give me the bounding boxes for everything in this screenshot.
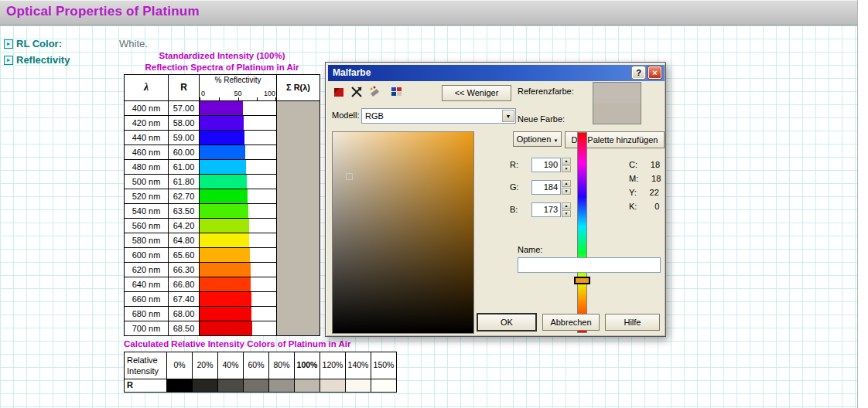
spectra-row: 680 nm68.00 xyxy=(125,307,277,321)
cancel-button[interactable]: Abbrechen xyxy=(542,314,600,331)
spectra-row: 500 nm61.80 xyxy=(125,175,277,189)
swap-arrows-icon xyxy=(350,86,364,98)
spinner-up-icon[interactable]: ▲ xyxy=(562,158,571,165)
channel-b-label: B: xyxy=(510,205,518,214)
channel-b-stepper: ▲ ▼ xyxy=(562,202,571,217)
rl-color-label: RL Color: xyxy=(16,38,62,49)
wavelength-label: 600 nm xyxy=(125,248,169,263)
color-name-input[interactable] xyxy=(518,257,661,273)
color-field[interactable] xyxy=(332,131,474,334)
spectra-row: 700 nm68.50 xyxy=(125,321,277,336)
titlebar-help-button[interactable]: ? xyxy=(632,66,645,79)
hue-slider[interactable] xyxy=(577,132,587,333)
reflectivity-bar xyxy=(200,160,246,174)
chevron-down-icon[interactable]: ▼ xyxy=(502,110,514,122)
intensity-col-header: 140% xyxy=(346,352,371,379)
intensity-swatch xyxy=(218,379,244,393)
color-compare-swatch xyxy=(593,82,641,124)
channel-g-label: G: xyxy=(510,182,519,192)
model-label: Modell: xyxy=(332,110,359,120)
cmyk-y-value: 22 xyxy=(639,188,659,197)
cmyk-m-label: M: xyxy=(629,174,638,183)
cmyk-c-readout: C: 18 xyxy=(629,160,660,169)
chevron-down-icon: ▼ xyxy=(553,138,558,143)
intensity-col-header: 150% xyxy=(371,352,397,379)
reflectivity-bar xyxy=(200,277,251,291)
spectra-row: 480 nm61.00 xyxy=(125,160,277,175)
reference-color-label: Referenzfarbe: xyxy=(518,87,574,96)
ok-button[interactable]: OK xyxy=(477,314,536,331)
reflectivity-bar xyxy=(200,116,244,130)
reflectivity-bar xyxy=(200,219,249,233)
options-button[interactable]: Optionen ▼ xyxy=(513,131,562,147)
spectra-heading-line2: Reflection Spectra of Platinum in Air xyxy=(124,63,320,72)
reflection-spectra-table: λ R % Reflectivity 0 50 100 Σ R(λ) 400 n… xyxy=(124,74,320,336)
reflectivity-value: 62.70 xyxy=(169,189,200,204)
reflectivity-value: 59.00 xyxy=(169,131,200,145)
reflectivity-value: 66.80 xyxy=(169,277,200,292)
wavelength-label: 700 nm xyxy=(125,321,169,336)
cmyk-y-readout: Y: 22 xyxy=(629,188,659,197)
relative-intensity-table: Relative Intensity 0%20%40%60%80%100%120… xyxy=(124,352,397,393)
channel-g-input[interactable]: 184 xyxy=(531,180,561,195)
reflectivity-bar xyxy=(200,204,248,218)
reflectivity-bar xyxy=(200,321,252,335)
spinner-up-icon[interactable]: ▲ xyxy=(562,202,571,209)
reflectivity-value: 61.80 xyxy=(169,175,200,189)
spinner-down-icon[interactable]: ▼ xyxy=(562,210,571,217)
channel-g-stepper: ▲ ▼ xyxy=(562,180,571,195)
airbrush-icon xyxy=(368,86,382,98)
dialog-titlebar[interactable]: Malfarbe ? × xyxy=(328,65,665,81)
wavelength-label: 480 nm xyxy=(125,160,169,175)
hue-slider-marker[interactable] xyxy=(574,277,590,284)
reflectivity-bar xyxy=(200,175,247,189)
intensity-swatch xyxy=(167,379,193,393)
reflectivity-value: 64.80 xyxy=(169,233,200,248)
reflectivity-bar-cell xyxy=(200,321,277,336)
page-right-margin xyxy=(857,0,868,408)
spectra-row: 540 nm63.50 xyxy=(125,204,277,219)
reflectivity-bar-cell xyxy=(200,189,277,204)
palette-grid-button[interactable] xyxy=(389,85,406,100)
airbrush-options-button[interactable] xyxy=(367,85,384,100)
sum-color-block xyxy=(277,101,320,336)
reflectivity-label: Reflectivity xyxy=(16,54,70,66)
less-button[interactable]: << Weniger xyxy=(442,85,511,101)
reflectivity-bar-cell xyxy=(200,204,277,219)
reflectivity-bar xyxy=(200,263,251,277)
reflectivity-value: 68.00 xyxy=(169,307,200,321)
spinner-down-icon[interactable]: ▼ xyxy=(562,165,571,172)
scale-label-100: 100 xyxy=(264,90,275,97)
reflectivity-bar-cell xyxy=(200,145,277,160)
ink-tool-button[interactable] xyxy=(332,85,349,100)
swap-colors-button[interactable] xyxy=(350,85,367,100)
sum-column-header: Σ R(λ) xyxy=(277,75,320,101)
reflectivity-bar-cell xyxy=(200,292,277,307)
cmyk-c-label: C: xyxy=(629,160,637,169)
channel-b-input[interactable]: 173 xyxy=(531,202,561,217)
cmyk-k-readout: K: 0 xyxy=(629,202,659,211)
region-toggle-icon[interactable]: ▸ xyxy=(4,39,13,49)
wavelength-label: 680 nm xyxy=(125,307,169,321)
close-icon[interactable]: × xyxy=(648,66,661,79)
new-color-swatch xyxy=(593,104,641,124)
spinner-down-icon[interactable]: ▼ xyxy=(562,188,571,195)
reference-color-swatch xyxy=(593,83,641,104)
wavelength-label: 520 nm xyxy=(125,189,169,204)
ink-tool-icon xyxy=(333,86,347,98)
spectra-row: 640 nm66.80 xyxy=(125,277,277,292)
reflectivity-bar-cell xyxy=(200,263,277,277)
reflectivity-bar xyxy=(200,307,251,321)
help-button[interactable]: Hilfe xyxy=(605,314,660,331)
color-field-marker[interactable] xyxy=(346,173,353,180)
intensity-col-header: 60% xyxy=(244,352,269,379)
channel-r-input[interactable]: 190 xyxy=(531,158,561,172)
cmyk-y-label: Y: xyxy=(629,188,637,197)
region-toggle-icon[interactable]: ▸ xyxy=(4,56,13,65)
cmyk-m-value: 18 xyxy=(641,174,661,183)
wavelength-label: 580 nm xyxy=(125,233,169,248)
spinner-up-icon[interactable]: ▲ xyxy=(562,180,571,187)
palette-grid-icon xyxy=(390,86,404,98)
reflectivity-value: 60.00 xyxy=(169,145,200,160)
model-select[interactable]: RGB ▼ xyxy=(361,108,516,124)
